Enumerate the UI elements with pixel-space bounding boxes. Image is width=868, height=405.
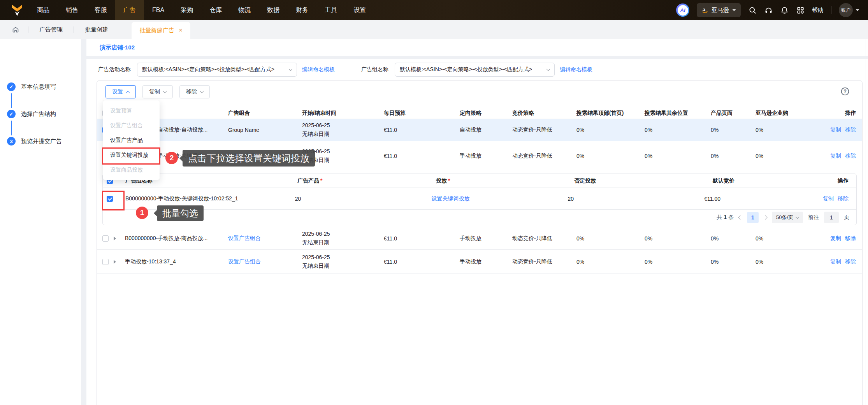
step-label: 预览并提交广告: [21, 138, 62, 145]
apps-grid-icon[interactable]: [796, 6, 805, 14]
product-pages-pct: 0%: [705, 259, 750, 265]
set-keyword-targeting-link[interactable]: 设置关键词投放: [432, 195, 470, 202]
nav-item-fba[interactable]: FBA: [144, 0, 172, 20]
amazon-business-pct: 0%: [750, 153, 822, 159]
campaign-template-select[interactable]: 默认模板:<ASIN>-<定向策略>-<投放类型>-<匹配方式>: [137, 63, 297, 77]
help-link[interactable]: 帮助: [812, 7, 824, 14]
rest-of-search-pct: 0%: [639, 127, 705, 133]
step-basic-info[interactable]: ✓ 基本信息填写: [7, 82, 56, 91]
copy-row-link[interactable]: 复制: [830, 258, 841, 265]
tab-bulk-new-ad-active[interactable]: 批量新建广告 ×: [132, 22, 190, 39]
chevron-up-icon: [126, 91, 130, 95]
scrollbar-track[interactable]: [866, 39, 866, 405]
start-date: 2025-06-25: [302, 121, 378, 130]
top-navbar: 商品 销售 客服 广告 FBA 采购 仓库 物流 数据 财务 工具 设置 AI …: [0, 0, 868, 20]
amazon-business-pct: 0%: [750, 127, 822, 133]
copy-group-link[interactable]: 复制: [823, 195, 834, 202]
expand-arrow-icon[interactable]: [114, 237, 116, 240]
targeting-strategy: 手动投放: [454, 153, 506, 160]
store-tab-demo-102[interactable]: 演示店铺-102: [100, 44, 135, 51]
remove-dropdown-button[interactable]: 移除: [179, 85, 210, 98]
tab-ad-management[interactable]: 广告管理: [37, 26, 65, 33]
nav-item-logistics[interactable]: 物流: [230, 0, 259, 20]
notifications-bell-icon[interactable]: [780, 6, 789, 14]
account-button[interactable]: 账户: [839, 3, 859, 17]
row-checkbox[interactable]: [102, 235, 109, 242]
help-icon[interactable]: ?: [840, 87, 850, 98]
nav-item-sales[interactable]: 销售: [58, 0, 86, 20]
set-portfolio-link[interactable]: 设置广告组合: [228, 258, 261, 265]
product-pages-pct: 0%: [705, 127, 750, 133]
store-tabs-row: 演示店铺-102: [86, 39, 868, 56]
sidebar-gap: [81, 39, 86, 405]
top-of-search-pct: 0%: [571, 153, 639, 159]
top-of-search-pct: 0%: [571, 127, 639, 133]
ad-group-subtable: 广告组名称 广告产品* 投放* 否定投放 默认竞价 操作 B000000000-…: [102, 174, 857, 225]
nav-item-tools[interactable]: 工具: [316, 0, 345, 20]
rest-of-search-pct: 0%: [639, 153, 705, 159]
campaign-table-panel: 设置 复制 移除 ? 广告活动名称 广告组合 开始: [97, 80, 863, 405]
close-icon[interactable]: ×: [179, 26, 183, 34]
remove-row-link[interactable]: 移除: [845, 126, 856, 133]
nav-item-service[interactable]: 客服: [86, 0, 115, 20]
group-name-label: 广告组名称: [361, 66, 388, 73]
nav-item-purchase[interactable]: 采购: [172, 0, 201, 20]
row-checkbox[interactable]: [102, 259, 109, 265]
copy-button-label: 复制: [149, 88, 160, 95]
campaign-row-auto: B000000000-自动投放-自动投放... Group Name 2025-…: [97, 119, 862, 141]
step-preview-submit[interactable]: 3 预览并提交广告: [7, 137, 62, 146]
edit-naming-template-link[interactable]: 编辑命名模板: [302, 66, 335, 73]
account-label: 账户: [839, 3, 853, 17]
campaign-table-header: 广告活动名称 广告组合 开始/结束时间 每日预算 定向策略 竞价策略 搜索结果顶…: [97, 107, 862, 119]
group-template-select[interactable]: 默认模板:<ASIN>-<定向策略>-<投放类型>-<匹配方式>: [395, 63, 555, 77]
goto-page-input[interactable]: 1: [824, 212, 839, 223]
nav-item-products[interactable]: 商品: [29, 0, 58, 20]
amazon-business-pct: 0%: [750, 259, 822, 265]
remove-row-link[interactable]: 移除: [845, 235, 856, 241]
page-size-select[interactable]: 50条/页: [772, 212, 803, 223]
nav-item-finance[interactable]: 财务: [288, 0, 316, 20]
step-choose-structure[interactable]: ✓ 选择广告结构: [7, 110, 56, 118]
nav-item-settings[interactable]: 设置: [345, 0, 374, 20]
subtable-pagination: 共 1 条 1 50条/页 前往 1 页: [103, 210, 856, 225]
remove-row-link[interactable]: 移除: [845, 153, 856, 159]
menu-item-set-ad-products[interactable]: 设置广告产品: [103, 133, 160, 147]
edit-naming-template-link-2[interactable]: 编辑命名模板: [560, 66, 592, 73]
nav-item-warehouse[interactable]: 仓库: [201, 0, 230, 20]
marketplace-switcher[interactable]: a 亚马逊: [697, 3, 741, 17]
remove-row-link[interactable]: 移除: [845, 258, 856, 265]
copy-row-link[interactable]: 复制: [830, 126, 841, 133]
settings-dropdown-menu: 设置预算 设置广告组合 设置广告产品 设置关键词投放 设置商品投放: [103, 100, 160, 180]
header-rest-of-search: 搜索结果其余位置: [639, 110, 705, 117]
divider: [74, 26, 74, 33]
copy-row-link[interactable]: 复制: [830, 153, 841, 159]
nav-item-ads-active[interactable]: 广告: [115, 0, 144, 20]
current-page-button[interactable]: 1: [747, 212, 759, 223]
ai-assistant-button[interactable]: AI: [676, 4, 689, 17]
nav-item-data[interactable]: 数据: [259, 0, 288, 20]
chevron-down-icon: [546, 67, 550, 71]
settings-dropdown-button[interactable]: 设置: [105, 85, 136, 98]
ad-group-name: B000000000-手动投放-关键词投放-10:02:52_1: [125, 195, 295, 202]
next-page-icon[interactable]: [763, 215, 767, 219]
header-targeting: 投放*: [436, 177, 574, 184]
expand-arrow-icon[interactable]: [114, 260, 116, 264]
annotation-tooltip-2: 点击下拉选择设置关键词投放: [183, 150, 315, 167]
daily-budget: €11.0: [378, 153, 454, 159]
end-date: 无结束日期: [302, 130, 378, 139]
remove-group-link[interactable]: 移除: [838, 195, 849, 202]
support-headset-icon[interactable]: [764, 6, 773, 14]
header-negative-targeting: 否定投放: [574, 177, 713, 184]
home-button[interactable]: [12, 26, 19, 33]
navbar-right: AI a 亚马逊 帮助: [676, 3, 868, 17]
targeting-strategy: 自动投放: [454, 126, 506, 133]
step-connector: [11, 93, 12, 108]
copy-row-link[interactable]: 复制: [830, 235, 841, 241]
search-icon[interactable]: [748, 6, 757, 14]
campaign-name: 手动投放-10:13:37_4: [125, 258, 226, 265]
copy-dropdown-button[interactable]: 复制: [142, 85, 173, 98]
prev-page-icon[interactable]: [738, 215, 742, 219]
header-default-bid: 默认竞价: [713, 177, 829, 184]
tab-bulk-create[interactable]: 批量创建: [83, 26, 111, 33]
set-portfolio-link[interactable]: 设置广告组合: [228, 235, 261, 241]
